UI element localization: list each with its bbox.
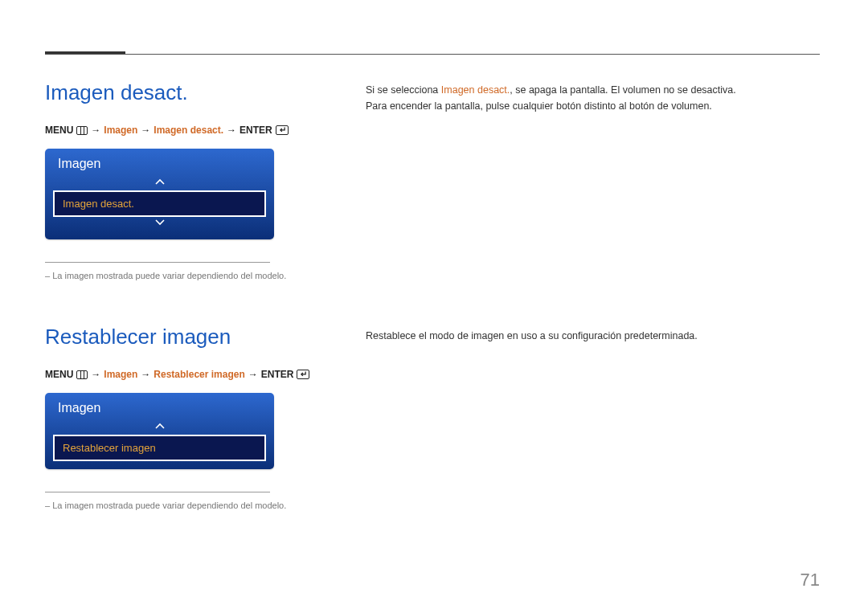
breadcrumb-restablecer: MENU → Imagen → Restablecer imagen → ENT… (45, 369, 334, 380)
menu-icon (76, 126, 88, 135)
osd-panel-imagen-desact: Imagen Imagen desact. (45, 149, 274, 239)
breadcrumb-enter-label: ENTER (240, 125, 272, 136)
breadcrumb-arrow: → (91, 125, 100, 136)
desc-line-1: Si se selecciona Imagen desact., se apag… (366, 82, 816, 98)
osd-panel-restablecer: Imagen Restablecer imagen (45, 393, 274, 469)
breadcrumb-arrow: → (141, 369, 150, 380)
heading-imagen-desact: Imagen desact. (45, 80, 334, 105)
breadcrumb-item-imagen: Imagen (104, 125, 137, 136)
breadcrumb-menu-label: MENU (45, 369, 73, 380)
desc-highlight: Imagen desact. (441, 84, 510, 96)
section-restablecer-desc: Restablece el modo de imagen en uso a su… (366, 328, 816, 344)
desc-post: , se apaga la pantalla. El volumen no se… (510, 84, 735, 96)
breadcrumb-arrow: → (91, 369, 100, 380)
osd-down-arrow-row (45, 217, 274, 231)
header-rule (45, 54, 820, 55)
chevron-up-icon (154, 421, 166, 432)
breadcrumb-arrow: → (141, 125, 150, 136)
breadcrumb-arrow: → (227, 125, 236, 136)
chevron-down-icon (154, 218, 166, 229)
osd-up-arrow-row (45, 420, 274, 435)
note-divider (45, 262, 270, 263)
enter-icon (276, 125, 289, 135)
enter-icon (297, 370, 309, 379)
desc-line: Restablece el modo de imagen en uso a su… (366, 328, 816, 344)
desc-pre: Si se selecciona (366, 84, 441, 96)
osd-selected-item: Imagen desact. (53, 190, 266, 217)
breadcrumb-item-restablecer: Restablecer imagen (154, 369, 244, 380)
note-text: – La imagen mostrada puede variar depend… (45, 501, 334, 510)
chevron-up-icon (154, 177, 166, 188)
section-imagen-desact-desc: Si se selecciona Imagen desact., se apag… (366, 82, 816, 114)
breadcrumb-enter-label: ENTER (261, 369, 294, 380)
osd-title: Imagen (45, 393, 274, 420)
desc-line-2: Para encender la pantalla, pulse cualqui… (366, 98, 816, 114)
breadcrumb-item-imagen: Imagen (104, 369, 137, 380)
note-text: – La imagen mostrada puede variar depend… (45, 271, 334, 280)
osd-up-arrow-row (45, 176, 274, 190)
page-number: 71 (800, 570, 820, 591)
note-divider (45, 492, 270, 492)
menu-icon (76, 370, 88, 379)
osd-title: Imagen (45, 149, 274, 176)
breadcrumb-item-imagen-desact: Imagen desact. (154, 125, 223, 136)
heading-restablecer: Restablecer imagen (45, 325, 334, 349)
osd-selected-item: Restablecer imagen (53, 435, 266, 461)
breadcrumb-imagen-desact: MENU → Imagen → Imagen desact. → ENTER (45, 125, 334, 136)
section-restablecer-left: Restablecer imagen MENU → Imagen → Resta… (45, 325, 334, 510)
section-imagen-desact-left: Imagen desact. MENU → Imagen → Imagen de… (45, 80, 334, 280)
breadcrumb-menu-label: MENU (45, 125, 73, 136)
breadcrumb-arrow: → (248, 369, 258, 380)
